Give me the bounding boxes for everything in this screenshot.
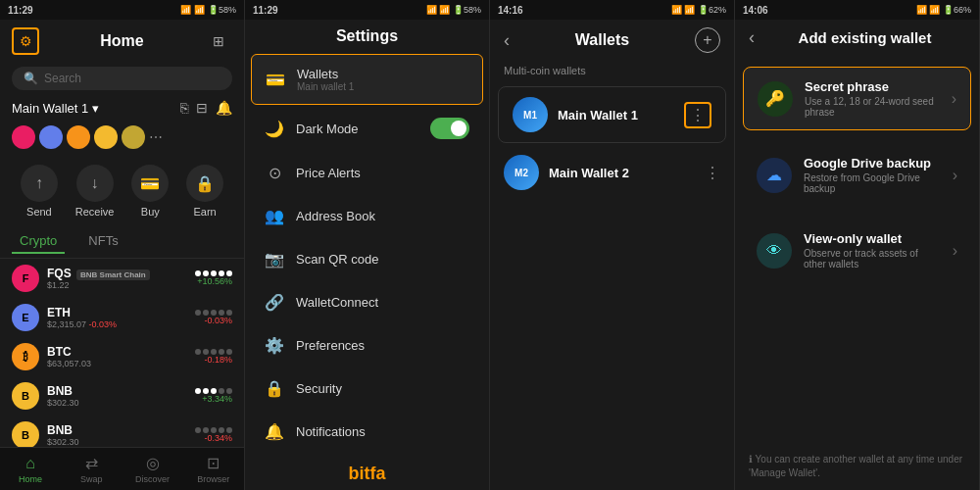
search-bar[interactable]: 🔍 Search (12, 67, 232, 90)
darkmode-toggle[interactable] (430, 118, 469, 139)
spacer-2 (735, 209, 979, 217)
gear-icon[interactable]: ⚙ (12, 27, 39, 55)
chevron-down-icon: ▾ (92, 101, 99, 116)
status-bar-settings: 11:29 📶 📶 🔋58% (245, 0, 489, 20)
copy-icon[interactable]: ⎘ (180, 100, 188, 116)
nav-swap[interactable]: ⇄ Swap (61, 448, 122, 490)
chevron-right-2: › (953, 167, 957, 184)
qr-icon[interactable]: ⊟ (196, 100, 208, 116)
time-wallets: 14:16 (498, 5, 523, 16)
settings-wallets-text: Wallets Main wallet 1 (297, 67, 354, 92)
option-view-only[interactable]: 👁 View-only wallet Observe or track asse… (743, 220, 971, 281)
coin-info-eth: ETH $2,315.07 -0.03% (47, 306, 187, 329)
settings-pricealerts[interactable]: ⊙ Price Alerts (251, 152, 483, 194)
nav-home[interactable]: ⌂ Home (0, 448, 61, 490)
time-add: 14:06 (743, 5, 768, 16)
tab-row: Crypto NFTs (0, 225, 244, 259)
nav-discover-label: Discover (135, 474, 170, 484)
tab-nfts[interactable]: NFTs (80, 229, 125, 254)
wallet-menu-1[interactable]: ⋮ (684, 102, 711, 128)
settings-notifications[interactable]: 🔔 Notifications (251, 411, 483, 453)
status-bar-home: 11:29 📶 📶 🔋58% (0, 0, 244, 20)
wallet-name[interactable]: Main Wallet 1 ▾ (12, 101, 99, 116)
earn-action[interactable]: 🔒 Earn (186, 165, 223, 218)
avatar-fqs (12, 125, 35, 149)
bottom-nav: ⌂ Home ⇄ Swap ◎ Discover ⊡ Browser (0, 447, 244, 490)
security-icon: 🔒 (265, 379, 284, 398)
add-wallet-panel: 14:06 📶 📶 🔋66% ‹ Add existing wallet 🔑 S… (735, 0, 980, 490)
coin-item-eth[interactable]: E ETH $2,315.07 -0.03% -0.03% (0, 298, 244, 337)
avatar-row: ⋯ (0, 122, 244, 153)
key-icon: 🔑 (758, 81, 793, 117)
cloud-icon: ☁ (757, 158, 792, 193)
home-icon: ⌂ (25, 455, 35, 472)
earn-label: Earn (193, 206, 216, 218)
status-icons-add: 📶 📶 🔋66% (916, 5, 971, 15)
settings-wallets[interactable]: 💳 Wallets Main wallet 1 (251, 54, 483, 105)
search-placeholder: Search (44, 72, 81, 85)
bitfa-logo: bitfa (245, 458, 489, 490)
wallet-list-item-1[interactable]: M1 Main Wallet 1 ⋮ (498, 86, 726, 143)
wallet-avatar-1: M1 (513, 97, 548, 132)
swap-icon: ⇄ (85, 454, 98, 472)
buy-icon: 💳 (131, 165, 169, 202)
send-icon: ↑ (21, 165, 58, 202)
settings-walletconnect[interactable]: 🔗 WalletConnect (251, 281, 483, 323)
option-secret-phrase[interactable]: 🔑 Secret phrase Use a 12, 18 or 24-word … (743, 67, 971, 130)
wallets-header: ‹ Wallets + (490, 20, 734, 61)
back-button-add[interactable]: ‹ (749, 27, 755, 48)
option-google-drive[interactable]: ☁ Google Drive backup Restore from Googl… (743, 144, 971, 206)
wallet-row: Main Wallet 1 ▾ ⎘ ⊟ 🔔 (0, 94, 244, 122)
coin-icon-btc: ₿ (12, 343, 39, 370)
browser-icon: ⊡ (207, 454, 220, 472)
settings-security[interactable]: 🔒 Security (251, 368, 483, 410)
status-icons-settings: 📶 📶 🔋58% (426, 5, 481, 15)
wallet-name-2: Main Wallet 2 (549, 166, 695, 180)
status-bar-wallets: 14:16 📶 📶 🔋62% (490, 0, 734, 20)
view-only-title: View-only wallet (804, 231, 941, 246)
settings-preferences[interactable]: ⚙️ Preferences (251, 324, 483, 367)
settings-darkmode[interactable]: 🌙 Dark Mode (251, 106, 483, 151)
add-wallet-button[interactable]: + (695, 27, 720, 53)
avatar-doge (122, 125, 145, 149)
options-list: 🔑 Secret phrase Use a 12, 18 or 24-word … (735, 56, 979, 443)
coin-list: F FQS BNB Smart Chain $1.22 +10.56% E ET… (0, 259, 244, 447)
wallet-avatar-2: M2 (504, 155, 539, 190)
coin-info-fqs: FQS BNB Smart Chain $1.22 (47, 267, 187, 290)
receive-label: Receive (75, 206, 115, 218)
earn-icon: 🔒 (186, 165, 223, 202)
tab-crypto[interactable]: Crypto (12, 229, 65, 254)
google-drive-text: Google Drive backup Restore from Google … (804, 156, 941, 194)
bell-icon[interactable]: 🔔 (216, 100, 232, 116)
send-action[interactable]: ↑ Send (21, 165, 58, 218)
add-wallet-header: ‹ Add existing wallet (735, 20, 979, 56)
settings-scanqr[interactable]: 📷 Scan QR code (251, 238, 483, 280)
moon-icon: 🌙 (265, 120, 284, 138)
search-icon: 🔍 (24, 72, 38, 85)
nav-browser-label: Browser (197, 474, 229, 484)
prefs-icon: ⚙️ (265, 336, 284, 355)
coin-item-fqs[interactable]: F FQS BNB Smart Chain $1.22 +10.56% (0, 259, 244, 298)
view-only-text: View-only wallet Observe or track assets… (804, 231, 941, 270)
coin-item-btc[interactable]: ₿ BTC $63,057.03 -0.18% (0, 337, 244, 376)
coin-item-bnb1[interactable]: B BNB $302.30 +3.34% (0, 376, 244, 416)
coin-item-bnb2[interactable]: B BNB $302.30 -0.34% (0, 416, 244, 447)
wallet-list-item-2[interactable]: M2 Main Wallet 2 ⋮ (490, 145, 734, 200)
wallet-menu-2[interactable]: ⋮ (705, 164, 720, 182)
secret-phrase-text: Secret phrase Use a 12, 18 or 24-word se… (805, 79, 940, 118)
more-icon[interactable]: ⋯ (149, 129, 163, 145)
receive-action[interactable]: ↓ Receive (75, 165, 115, 218)
time-settings: 11:29 (253, 5, 278, 16)
qr-scan-icon: 📷 (265, 250, 284, 269)
settings-addressbook[interactable]: 👥 Address Book (251, 195, 483, 237)
scan-icon[interactable]: ⊞ (205, 27, 232, 55)
footer-note: ℹ You can create another wallet at any t… (735, 443, 979, 490)
notif-icon: 🔔 (265, 422, 284, 441)
coin-icon-eth: E (12, 304, 39, 331)
discover-icon: ◎ (146, 454, 160, 472)
google-drive-sub: Restore from Google Drive backup (804, 172, 941, 194)
buy-action[interactable]: 💳 Buy (131, 165, 169, 218)
nav-discover[interactable]: ◎ Discover (122, 448, 183, 490)
nav-browser[interactable]: ⊡ Browser (183, 448, 244, 490)
wallets-section-label: Multi-coin wallets (490, 61, 734, 84)
